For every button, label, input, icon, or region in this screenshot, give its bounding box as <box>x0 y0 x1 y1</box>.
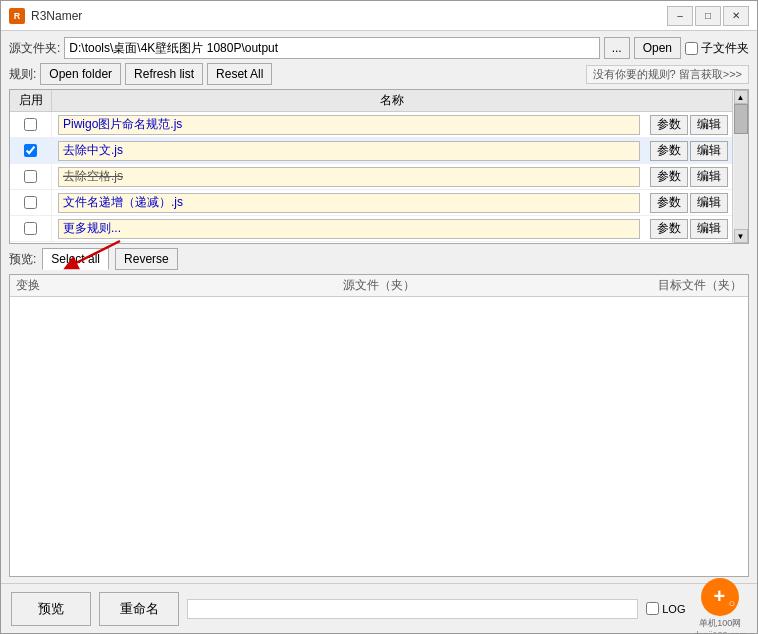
logo-url-text: danji100.com <box>693 630 747 635</box>
source-folder-row: 源文件夹: ... Open 子文件夹 <box>9 37 749 59</box>
edit-button-3[interactable]: 编辑 <box>690 167 728 187</box>
title-bar: R R3Namer – □ ✕ <box>1 1 757 31</box>
edit-button-2[interactable]: 编辑 <box>690 141 728 161</box>
maximize-button[interactable]: □ <box>695 6 721 26</box>
row-actions-2: 参数 编辑 <box>646 141 732 161</box>
browse-button[interactable]: ... <box>604 37 630 59</box>
table-row: 参数 编辑 <box>10 164 732 190</box>
edit-button-4[interactable]: 编辑 <box>690 193 728 213</box>
source-path-input[interactable] <box>64 37 599 59</box>
row-actions-5: 参数 编辑 <box>646 219 732 239</box>
row-checkbox-1[interactable] <box>10 112 52 137</box>
enable-checkbox-4[interactable] <box>24 196 37 209</box>
list-scroll[interactable]: 参数 编辑 参数 编辑 <box>10 112 732 243</box>
row-name-cell-1 <box>52 115 646 135</box>
preview-convert-col: 变换 <box>16 277 194 294</box>
list-header: 启用 名称 <box>10 90 732 112</box>
scroll-track <box>734 104 748 229</box>
table-row: 参数 编辑 <box>10 138 732 164</box>
main-content: 源文件夹: ... Open 子文件夹 规则: Open folder Refr… <box>1 31 757 583</box>
enable-checkbox-2[interactable] <box>24 144 37 157</box>
rule-name-input-5[interactable] <box>58 219 640 239</box>
rule-name-input-2[interactable] <box>58 141 640 161</box>
params-button-1[interactable]: 参数 <box>650 115 688 135</box>
progress-bar <box>187 599 638 619</box>
reset-all-button[interactable]: Reset All <box>207 63 272 85</box>
table-row: 参数 编辑 <box>10 216 732 242</box>
main-window: R R3Namer – □ ✕ 源文件夹: ... Open 子文件夹 规则: … <box>0 0 758 634</box>
rules-label: 规则: <box>9 66 36 83</box>
row-checkbox-4[interactable] <box>10 190 52 215</box>
reverse-button[interactable]: Reverse <box>115 248 178 270</box>
rules-row: 规则: Open folder Refresh list Reset All 没… <box>9 63 749 85</box>
source-label: 源文件夹: <box>9 40 60 57</box>
window-title: R3Namer <box>31 9 667 23</box>
rule-name-input-1[interactable] <box>58 115 640 135</box>
rules-hint[interactable]: 没有你要的规则? 留言获取>>> <box>586 65 749 84</box>
log-label: LOG <box>662 603 685 615</box>
open-button[interactable]: Open <box>634 37 681 59</box>
row-actions-1: 参数 编辑 <box>646 115 732 135</box>
list-main: 启用 名称 参数 编辑 <box>10 90 732 243</box>
minimize-button[interactable]: – <box>667 6 693 26</box>
enable-checkbox-5[interactable] <box>24 222 37 235</box>
log-checkbox-label: LOG <box>646 602 685 615</box>
params-button-3[interactable]: 参数 <box>650 167 688 187</box>
subfolder-checkbox[interactable] <box>685 42 698 55</box>
row-name-cell-5 <box>52 219 646 239</box>
preview-controls-row: 预览: Select all Reverse <box>9 248 749 270</box>
logo-circle-icon: ○ <box>729 597 736 609</box>
rule-name-input-4[interactable] <box>58 193 640 213</box>
select-all-button[interactable]: Select all <box>42 248 109 270</box>
enable-checkbox-3[interactable] <box>24 170 37 183</box>
row-name-cell-4 <box>52 193 646 213</box>
preview-button[interactable]: 预览 <box>11 592 91 626</box>
params-button-4[interactable]: 参数 <box>650 193 688 213</box>
edit-button-5[interactable]: 编辑 <box>690 219 728 239</box>
app-icon: R <box>9 8 25 24</box>
preview-header: 变换 源文件（夹） 目标文件（夹） <box>10 275 748 297</box>
scroll-down-arrow[interactable]: ▼ <box>734 229 748 243</box>
row-checkbox-3[interactable] <box>10 164 52 189</box>
list-scrollbar[interactable]: ▲ ▼ <box>732 90 748 243</box>
preview-area: 变换 源文件（夹） 目标文件（夹） <box>9 274 749 577</box>
row-actions-3: 参数 编辑 <box>646 167 732 187</box>
logo-site-text: 单机100网 <box>699 617 741 630</box>
table-row: 参数 编辑 <box>10 112 732 138</box>
refresh-list-button[interactable]: Refresh list <box>125 63 203 85</box>
enable-checkbox-1[interactable] <box>24 118 37 131</box>
logo-plus-icon: + <box>713 585 725 608</box>
rename-button[interactable]: 重命名 <box>99 592 179 626</box>
preview-label: 预览: <box>9 251 36 268</box>
row-actions-4: 参数 编辑 <box>646 193 732 213</box>
row-checkbox-5[interactable] <box>10 216 52 241</box>
open-folder-button[interactable]: Open folder <box>40 63 121 85</box>
table-row: 参数 编辑 <box>10 190 732 216</box>
subfolder-checkbox-label: 子文件夹 <box>685 40 749 57</box>
name-column-header: 名称 <box>52 92 732 109</box>
preview-target-col: 目标文件（夹） <box>565 277 743 294</box>
scroll-thumb[interactable] <box>734 104 748 134</box>
preview-source-col: 源文件（夹） <box>202 277 557 294</box>
row-name-cell-2 <box>52 141 646 161</box>
scroll-up-arrow[interactable]: ▲ <box>734 90 748 104</box>
enable-column-header: 启用 <box>10 90 52 111</box>
preview-content <box>10 297 748 576</box>
close-button[interactable]: ✕ <box>723 6 749 26</box>
row-name-cell-3 <box>52 167 646 187</box>
subfolder-label: 子文件夹 <box>701 40 749 57</box>
logo-area: + ○ 单机100网 danji100.com <box>693 578 747 635</box>
log-checkbox[interactable] <box>646 602 659 615</box>
params-button-5[interactable]: 参数 <box>650 219 688 239</box>
row-checkbox-2[interactable] <box>10 138 52 163</box>
rule-name-input-3[interactable] <box>58 167 640 187</box>
window-controls: – □ ✕ <box>667 6 749 26</box>
rules-list: 启用 名称 参数 编辑 <box>9 89 749 244</box>
edit-button-1[interactable]: 编辑 <box>690 115 728 135</box>
logo-circle: + ○ <box>701 578 739 616</box>
bottom-bar: 预览 重命名 LOG + ○ 单机100网 danji100.com <box>1 583 757 633</box>
params-button-2[interactable]: 参数 <box>650 141 688 161</box>
